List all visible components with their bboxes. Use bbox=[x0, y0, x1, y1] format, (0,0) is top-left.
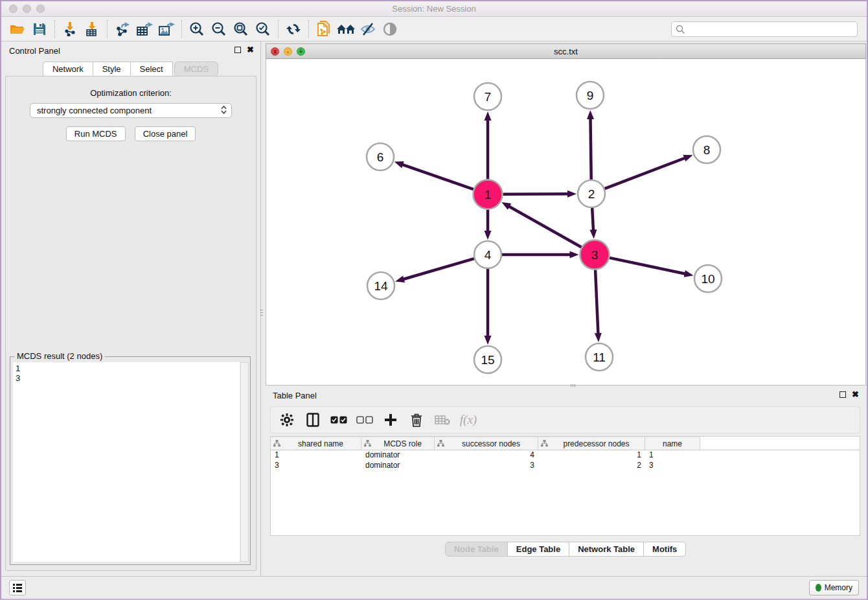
zoom-fit-button[interactable] bbox=[230, 19, 252, 40]
select-stepper-icon bbox=[221, 106, 227, 114]
edge-4-14[interactable] bbox=[403, 259, 474, 279]
float-table-panel-icon[interactable] bbox=[839, 391, 846, 398]
node-label-11: 11 bbox=[593, 351, 606, 364]
network-window-titlebar[interactable]: x - + scc.txt bbox=[266, 43, 866, 59]
trash-icon bbox=[411, 413, 422, 427]
edge-3-1[interactable] bbox=[508, 206, 582, 248]
search-input[interactable] bbox=[685, 25, 857, 34]
table-row[interactable]: 1dominator411 bbox=[271, 450, 860, 461]
function-builder-button[interactable]: f(x) bbox=[460, 411, 477, 428]
mcds-result-box: MCDS result (2 nodes) 1 3 bbox=[10, 356, 251, 565]
show-all-button[interactable] bbox=[335, 19, 357, 40]
cell-0-4[interactable]: 1 bbox=[645, 450, 700, 461]
column-label: shared name bbox=[283, 439, 358, 448]
control-panel-title: Control Panel bbox=[9, 46, 60, 56]
task-history-button[interactable] bbox=[9, 580, 26, 595]
memory-button[interactable]: Memory bbox=[809, 580, 859, 595]
add-column-button[interactable] bbox=[382, 411, 399, 428]
tab-node-table[interactable]: Node Table bbox=[445, 542, 508, 557]
float-panel-icon[interactable] bbox=[234, 47, 241, 53]
node-label-6: 6 bbox=[377, 150, 384, 164]
cell-1-3[interactable]: 2 bbox=[538, 461, 645, 471]
column-view-button[interactable] bbox=[304, 411, 321, 428]
cell-0-1[interactable]: dominator bbox=[361, 450, 435, 461]
export-image-icon bbox=[158, 22, 175, 36]
delete-table-button[interactable] bbox=[434, 411, 451, 428]
memory-status-icon bbox=[816, 584, 821, 592]
table-row[interactable]: 3dominator323 bbox=[271, 461, 860, 471]
refresh-icon bbox=[286, 22, 301, 36]
tab-style[interactable]: Style bbox=[93, 62, 131, 76]
zoom-selected-icon bbox=[255, 21, 271, 37]
edge-3-11[interactable] bbox=[595, 270, 598, 334]
select-all-button[interactable] bbox=[330, 411, 347, 428]
node-label-3: 3 bbox=[591, 248, 599, 262]
column-header-successor-nodes[interactable]: successor nodes bbox=[435, 437, 538, 450]
sitemap-icon bbox=[541, 440, 548, 447]
export-image-button[interactable] bbox=[155, 19, 177, 40]
edge-3-10[interactable] bbox=[610, 258, 686, 274]
run-mcds-button[interactable]: Run MCDS bbox=[66, 126, 126, 141]
arrowhead-4-14 bbox=[395, 275, 405, 283]
network-canvas[interactable]: 7968124314101511 bbox=[266, 59, 866, 386]
tab-network-table[interactable]: Network Table bbox=[569, 542, 644, 557]
tab-motifs[interactable]: Motifs bbox=[643, 542, 686, 557]
zoom-in-button[interactable] bbox=[186, 19, 208, 40]
import-table-button[interactable] bbox=[81, 19, 103, 40]
close-panel-button[interactable]: Close panel bbox=[135, 126, 196, 141]
delete-column-button[interactable] bbox=[408, 411, 425, 428]
show-graphics-button[interactable] bbox=[379, 19, 401, 40]
cell-1-0[interactable]: 3 bbox=[271, 461, 361, 471]
optimization-criterion-select[interactable]: strongly connected component bbox=[30, 103, 232, 118]
save-session-button[interactable] bbox=[29, 19, 51, 40]
cell-0-3[interactable]: 1 bbox=[538, 450, 645, 461]
table-settings-button[interactable] bbox=[279, 411, 295, 428]
edge-1-2[interactable] bbox=[503, 194, 569, 194]
network-graph[interactable]: 7968124314101511 bbox=[266, 59, 868, 384]
tab-edge-table[interactable]: Edge Table bbox=[507, 542, 569, 557]
column-label: predecessor nodes bbox=[551, 439, 642, 448]
main-toolbar bbox=[1, 17, 867, 41]
close-table-panel-icon[interactable]: ✖ bbox=[852, 391, 859, 398]
edge-2-9[interactable] bbox=[590, 118, 591, 179]
cell-1-2[interactable]: 3 bbox=[435, 461, 538, 471]
tab-network[interactable]: Network bbox=[43, 62, 93, 76]
column-header-shared-name[interactable]: shared name bbox=[271, 437, 361, 450]
tab-select[interactable]: Select bbox=[130, 62, 173, 76]
clone-network-button[interactable] bbox=[313, 19, 335, 40]
cell-1-1[interactable]: dominator bbox=[361, 461, 435, 471]
search-icon bbox=[676, 25, 685, 34]
hide-selected-button[interactable] bbox=[357, 19, 379, 40]
panel-splitter-handle[interactable] bbox=[260, 305, 264, 320]
edge-2-8[interactable] bbox=[605, 157, 686, 189]
eye-slash-icon bbox=[360, 22, 376, 36]
open-session-button[interactable] bbox=[6, 19, 29, 40]
zoom-out-button[interactable] bbox=[208, 19, 230, 40]
import-network-icon bbox=[63, 22, 77, 36]
cell-1-4[interactable]: 3 bbox=[645, 461, 700, 471]
cell-0-2[interactable]: 4 bbox=[435, 450, 538, 461]
node-label-4: 4 bbox=[485, 248, 492, 262]
export-network-button[interactable] bbox=[111, 19, 133, 40]
import-network-button[interactable] bbox=[59, 19, 81, 40]
mcds-result-list[interactable]: 1 3 bbox=[13, 362, 240, 562]
column-header-MCDS-role[interactable]: MCDS role bbox=[361, 437, 435, 450]
selected-option: strongly connected component bbox=[37, 106, 152, 115]
column-header-name[interactable]: name bbox=[645, 437, 700, 450]
zoom-selected-button[interactable] bbox=[252, 19, 274, 40]
refresh-button[interactable] bbox=[282, 19, 304, 40]
memory-label: Memory bbox=[825, 583, 852, 592]
edge-2-3[interactable] bbox=[592, 208, 593, 231]
tab-mcds[interactable]: MCDS bbox=[174, 62, 218, 76]
result-scrollbar[interactable] bbox=[240, 362, 249, 562]
cell-0-0[interactable]: 1 bbox=[271, 450, 361, 461]
edge-1-6[interactable] bbox=[402, 165, 474, 190]
toolbar-separator bbox=[54, 20, 55, 38]
arrowhead-3-1 bbox=[501, 202, 511, 210]
close-panel-icon[interactable]: ✖ bbox=[247, 47, 254, 53]
export-table-button[interactable] bbox=[133, 19, 155, 40]
deselect-all-button[interactable] bbox=[356, 411, 373, 428]
column-label: MCDS role bbox=[374, 439, 431, 448]
node-label-8: 8 bbox=[703, 143, 711, 157]
column-header-predecessor-nodes[interactable]: predecessor nodes bbox=[538, 437, 645, 450]
